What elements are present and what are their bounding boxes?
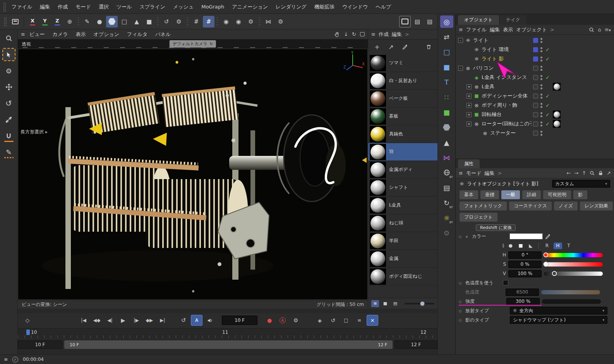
enabled-check-icon[interactable]: ✓ bbox=[545, 112, 551, 118]
tree-row-bracket[interactable]: + ⊗ L金具 ✓ bbox=[456, 82, 614, 91]
enabled-check-icon[interactable]: ✓ bbox=[545, 75, 551, 80]
range-bar[interactable]: 10 F 12 F bbox=[64, 340, 393, 349]
color-square-mode-icon[interactable]: ■ bbox=[517, 243, 525, 248]
rgb-mode-button[interactable]: R bbox=[543, 243, 551, 249]
menu-animation[interactable]: アニメーション bbox=[228, 2, 272, 12]
xpresso-button[interactable]: ⋈ bbox=[440, 151, 453, 164]
keyframe-position-button[interactable]: ◈ bbox=[314, 315, 326, 326]
tab-details[interactable]: 詳細 bbox=[522, 190, 541, 199]
tab-lens-effects[interactable]: レンズ効果 bbox=[580, 202, 613, 210]
quantize-toggle-button[interactable]: ✎ bbox=[2, 145, 15, 159]
keyframe-diamond-icon[interactable]: ◇ bbox=[459, 318, 463, 322]
viewport-menu-icon[interactable]: ≡ bbox=[21, 31, 25, 37]
tree-row-body-trim[interactable]: + ⊗ ボディ周り・飾 ✓ bbox=[456, 101, 614, 110]
material-item[interactable]: 基板 bbox=[368, 108, 437, 125]
saturation-slider-marker[interactable] bbox=[543, 262, 548, 267]
range-start-field[interactable]: 10 F bbox=[18, 340, 62, 349]
visibility-dots[interactable] bbox=[540, 131, 542, 136]
tree-row-stator[interactable]: ⊗ ステーター ✓ bbox=[456, 128, 614, 138]
expand-toggle[interactable]: + bbox=[467, 84, 472, 89]
tab-general[interactable]: 一般 bbox=[501, 190, 520, 199]
object-label[interactable]: ボディシャーシ全体 bbox=[482, 92, 528, 99]
tree-row-light-env[interactable]: ☼ ライト 環境 ✓ bbox=[456, 45, 614, 54]
tab-attributes[interactable]: 属性 bbox=[458, 159, 480, 168]
text-primitive-button[interactable]: T bbox=[440, 76, 453, 88]
coordinate-system-button[interactable]: ⊕ bbox=[64, 16, 75, 27]
use-temperature-checkbox[interactable] bbox=[503, 280, 508, 285]
camera-pill[interactable]: デフォルトカメラ ↻ bbox=[170, 40, 216, 48]
enabled-check-icon[interactable]: ✓ bbox=[545, 93, 551, 99]
symmetry-button[interactable]: ⋈ bbox=[262, 16, 274, 27]
redshift-environment-button[interactable]: ST bbox=[440, 166, 453, 179]
keyframe-diamond-icon[interactable]: ◇ bbox=[459, 299, 463, 304]
tree-row-light[interactable]: - ☼ ライト ✓ bbox=[456, 36, 614, 45]
playhead[interactable] bbox=[26, 330, 30, 335]
material-item[interactable]: L金具 bbox=[368, 197, 437, 214]
om-menu-view[interactable]: 表示 bbox=[503, 26, 513, 33]
layer-color-chip[interactable] bbox=[533, 84, 538, 89]
next-frame-button[interactable]: |▶ bbox=[130, 315, 142, 326]
visibility-dots[interactable] bbox=[540, 66, 542, 71]
goto-end-button[interactable]: ▶| bbox=[157, 315, 168, 326]
content-browser-button[interactable] bbox=[9, 16, 21, 27]
light-type-dropdown[interactable]: ☼ 全方向 ▾ bbox=[510, 307, 607, 314]
menu-render[interactable]: レンダリング bbox=[272, 2, 310, 12]
material-item[interactable]: 白・反射あり bbox=[368, 72, 437, 90]
tab-caustics[interactable]: コースティクス bbox=[509, 202, 552, 210]
object-label[interactable]: ボディ周り・飾 bbox=[482, 102, 517, 109]
viewport-3d[interactable]: 長方形選択 ▶ Y X Z bbox=[18, 49, 368, 300]
intensity-field[interactable]: 300 % bbox=[506, 298, 540, 305]
material-thumbnail[interactable] bbox=[370, 162, 386, 178]
visibility-dots[interactable] bbox=[540, 112, 542, 117]
primitive-sphere-button[interactable]: ● bbox=[94, 16, 105, 27]
material-thumbnail[interactable] bbox=[370, 126, 386, 142]
hue-slider-marker[interactable] bbox=[543, 253, 548, 258]
viewport-menu-panel[interactable]: パネル bbox=[152, 30, 174, 39]
dolly-icon[interactable]: ↓ bbox=[344, 31, 348, 37]
goto-start-button[interactable]: |◀ bbox=[78, 315, 89, 326]
viewport-menu-display[interactable]: 表示 bbox=[72, 30, 89, 39]
keyframe-diamond-icon[interactable]: ◇ bbox=[459, 309, 463, 313]
chevron-right-icon[interactable]: > bbox=[498, 170, 502, 176]
attr-menu-edit[interactable]: 編集 bbox=[485, 170, 495, 177]
chevron-right-icon[interactable]: > bbox=[550, 27, 554, 32]
enabled-check-icon[interactable]: ✓ bbox=[545, 47, 551, 53]
redshift-light-button[interactable]: ☼ST bbox=[440, 212, 453, 224]
layer-color-chip[interactable] bbox=[533, 66, 538, 71]
keyframe-diamond-icon[interactable]: ◇ bbox=[459, 281, 463, 285]
om-menu-objects[interactable]: オブジェクト bbox=[516, 26, 547, 33]
axis-gizmo[interactable]: Y X Z bbox=[343, 51, 365, 75]
material-item-selected[interactable]: 羽 bbox=[368, 143, 437, 161]
hue-value-field[interactable]: 0 ° bbox=[508, 251, 542, 259]
saturation-slider[interactable] bbox=[544, 262, 603, 267]
material-item[interactable]: ツマミ bbox=[368, 54, 437, 72]
history-forward-icon[interactable]: → bbox=[574, 170, 578, 176]
material-thumbnail[interactable] bbox=[370, 179, 386, 196]
preset-dropdown[interactable]: カスタム ▾ bbox=[552, 180, 610, 188]
eyedropper-icon[interactable] bbox=[545, 234, 551, 239]
value-value-field[interactable]: 100 % bbox=[508, 270, 542, 277]
tab-coordinates[interactable]: 座標 bbox=[480, 190, 499, 199]
value-slider[interactable] bbox=[544, 272, 603, 276]
select-tool-button[interactable] bbox=[2, 48, 15, 61]
viewport-menu-view[interactable]: ビュー bbox=[26, 30, 48, 39]
popout-icon[interactable]: ↗ bbox=[607, 170, 611, 176]
expand-toggle[interactable]: - bbox=[458, 66, 463, 71]
keyframe-params-button[interactable]: ≡ bbox=[353, 315, 365, 326]
cube-primitive-button[interactable]: ■ bbox=[440, 61, 453, 73]
layer-color-chip[interactable] bbox=[533, 131, 538, 136]
object-label[interactable]: L金具 bbox=[482, 83, 494, 90]
pick-material-button[interactable] bbox=[400, 42, 410, 52]
palette-settings-button[interactable]: ⚙ bbox=[440, 227, 453, 239]
tool-settings-button[interactable]: ⚙ bbox=[2, 64, 15, 77]
layer-color-chip[interactable] bbox=[533, 112, 538, 117]
visibility-dots[interactable] bbox=[540, 103, 542, 108]
collapse-icon[interactable]: ∨ bbox=[465, 234, 470, 239]
om-menu-icon[interactable]: ≡ bbox=[459, 27, 463, 32]
autokey-button[interactable]: A bbox=[191, 315, 202, 326]
material-thumbnail[interactable] bbox=[370, 251, 386, 267]
animation-settings-button[interactable]: ⚙ bbox=[173, 16, 185, 27]
status-menu-icon[interactable]: ≡ bbox=[4, 357, 8, 362]
tree-row-light-shadow-selected[interactable]: ☼ ライト 影 ✓ bbox=[456, 54, 614, 63]
tree-row-varicon[interactable]: - ⊗ バリコン ✓ bbox=[456, 63, 614, 73]
